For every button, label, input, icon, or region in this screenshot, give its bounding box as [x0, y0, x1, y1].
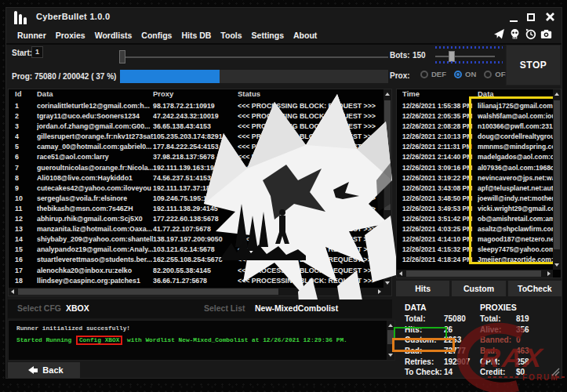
scrollbar-thumb[interactable]	[384, 100, 391, 210]
table-row[interactable]: 7gueroultnicolas@orange.fr:Nicola...192.…	[9, 163, 383, 173]
table-row[interactable]: 18llindsey@caspinc.org:patches136.66.71.…	[9, 276, 383, 286]
history-icon[interactable]	[525, 28, 536, 40]
column-header-status[interactable]: Status	[238, 89, 383, 101]
prox-option-on[interactable]: ON	[454, 70, 476, 78]
hit-row[interactable]: 12/26/2021 3:51:42 PMob@amishretail.com:…	[397, 214, 553, 224]
hit-row[interactable]: 12/26/2021 2:11:31 PMmmnms@mindspring.co…	[397, 142, 553, 152]
scroll-down-icon[interactable]	[554, 263, 559, 267]
tab-hits[interactable]: Hits	[396, 281, 449, 296]
stat-row: CPM:258	[480, 357, 529, 368]
cell-id: 16	[15, 255, 37, 265]
tab-custom[interactable]: Custom	[452, 281, 505, 296]
hit-row[interactable]: 12/26/2021 2:08:28 PMn100366@pwfl.com:23…	[397, 122, 553, 132]
hit-row[interactable]: 12/26/2021 3:49:53 PMvicki.wright29@gmai…	[397, 204, 553, 214]
cell-status: <<< PROCESSING BLOCK: REQUEST >>>	[238, 214, 383, 224]
camera-icon[interactable]	[540, 28, 552, 40]
scroll-right-icon[interactable]	[547, 271, 551, 276]
menu-item-tools[interactable]: Tools	[220, 31, 242, 40]
hit-row[interactable]: 12/26/2021 4:03:25 PMasaltz@shpclawfirm.…	[397, 224, 553, 234]
table-row[interactable]: 5camay_00@hotmail.com:gabriel0...177.84.…	[9, 142, 383, 152]
table-row[interactable]: 15analypandoz19@gmail.com:Analy...103.12…	[9, 245, 383, 255]
start-input[interactable]: 1	[31, 46, 43, 58]
menu-item-proxies[interactable]: Proxies	[56, 31, 85, 40]
scroll-down-icon[interactable]	[385, 281, 390, 285]
menu-bar: RunnerProxiesWordlistsConfigsHits DBTool…	[6, 27, 562, 43]
hit-row[interactable]: 12/26/2021 3:43:08 PMapf@telusplanet.net…	[397, 183, 553, 194]
prox-radio-group: DEFONOFF	[420, 70, 510, 78]
hit-row[interactable]: 12/26/2021 2:10:13 PMdoug@cordellrealtyg…	[397, 132, 553, 142]
vertical-scrollbar[interactable]	[383, 89, 391, 296]
hit-row[interactable]: 12/26/2021 3:19:22 PMnevincavero@jps.net…	[397, 173, 553, 183]
cell-data: joewill@indy.net:mother	[478, 194, 553, 204]
maximize-button[interactable]	[525, 13, 538, 24]
hit-row[interactable]: 12/26/2021 4:14:10 PMmagood187@netzero.n…	[397, 234, 553, 245]
scrollbar-thumb[interactable]	[406, 270, 541, 277]
menu-item-settings[interactable]: Settings	[252, 31, 284, 40]
telegram-icon[interactable]	[493, 28, 505, 40]
close-button[interactable]	[544, 13, 557, 24]
horizontal-scrollbar[interactable]	[397, 270, 553, 278]
tab-tocheck[interactable]: ToCheck	[508, 281, 562, 296]
prox-option-def[interactable]: DEF	[420, 70, 446, 78]
table-row[interactable]: 11thebikash@msn.com:7s46ZH192.111.138.29…	[9, 204, 383, 214]
table-row[interactable]: 8Ali0108@live.com:Haykiddo174.56.237.51:…	[9, 173, 383, 183]
menu-items: RunnerProxiesWordlistsConfigsHits DBTool…	[17, 27, 317, 43]
table-row[interactable]: 12abhirup.rhik@gmail.com:Scj5X0177.222.6…	[9, 214, 383, 224]
hit-row[interactable]: 12/26/2021 4:18:24 PMJmeijer@razortide.c…	[397, 255, 553, 265]
column-header-data[interactable]: Data	[37, 89, 153, 101]
hit-row[interactable]: 12/26/2021 4:15:32 PMsleepy7475@yahoo.co…	[397, 245, 553, 255]
hit-row[interactable]: 12/26/2021 1:55:38 PMlilianaj1725@gmail.…	[397, 101, 553, 111]
table-row[interactable]: 9cutecakes42@yahoo.com:iloveyou192.111.1…	[9, 183, 383, 194]
table-row[interactable]: 2tgray11@uco.edu:Sooners123447.242.243.3…	[9, 111, 383, 122]
table-row[interactable]: 10sergeglas@voila.fr:elsinore109.246.75.…	[9, 194, 383, 204]
skull-icon[interactable]	[509, 28, 521, 40]
hit-row[interactable]: 12/26/2021 3:48:50 PMjoewill@indy.net:mo…	[397, 194, 553, 204]
stop-button[interactable]: STOP	[506, 45, 561, 85]
hit-row[interactable]: 12/26/2021 2:05:35 PMwalsh5fam@aol.com:i…	[397, 111, 553, 122]
table-row[interactable]: 14shiybaby_209@yahoo.com:shantell138.197…	[9, 234, 383, 245]
menu-item-runner[interactable]: Runner	[17, 31, 46, 40]
scroll-up-icon[interactable]	[385, 93, 390, 96]
table-row[interactable]: 4gillesrupert@orange.fr:nkv1t273sa5105.2…	[9, 132, 383, 142]
column-header-time[interactable]: Time	[402, 89, 478, 101]
back-button[interactable]: Back	[8, 362, 80, 378]
column-header-proxy[interactable]: Proxy	[153, 89, 238, 101]
column-header-data[interactable]: Data	[478, 89, 553, 101]
table-row[interactable]: 6race51@aol.com:larry37.98.218.137:5678<…	[9, 152, 383, 162]
scrollbar-thumb[interactable]	[387, 330, 394, 344]
menu-item-hits-db[interactable]: Hits DB	[181, 31, 211, 40]
hit-row[interactable]: 12/26/2021 3:09:16 PMal07936@aol.com:196…	[397, 163, 553, 173]
horizontal-scrollbar[interactable]	[9, 288, 383, 296]
scroll-up-icon[interactable]	[388, 324, 393, 327]
scroll-up-icon[interactable]	[554, 93, 559, 96]
scroll-down-icon[interactable]	[388, 354, 393, 357]
table-row[interactable]: 13manzanita.liz@hotmail.com:Oaxa...41.77…	[9, 224, 383, 234]
table-row[interactable]: 17alenochka20@inbox.ru:zelko82.200.55.38…	[9, 266, 383, 276]
scrollbar-thumb[interactable]	[18, 289, 278, 295]
table-row[interactable]: 1corinalittleturtle12@gmail.com:h...98.1…	[9, 101, 383, 111]
select-cfg-button[interactable]: Select CFG	[17, 303, 61, 313]
vertical-scrollbar[interactable]	[553, 89, 561, 270]
minimize-button[interactable]	[508, 13, 521, 24]
menu-item-wordlists[interactable]: Wordlists	[95, 31, 133, 40]
start-slider[interactable]	[120, 56, 388, 58]
titlebar: CyberBullet 1.0.0	[6, 8, 562, 27]
table-row[interactable]: 3jordan.of.zhang@gmail.com:G00...36.65.1…	[9, 122, 383, 132]
stat-value: $0	[516, 368, 525, 376]
vertical-scrollbar[interactable]	[387, 321, 394, 360]
menu-item-configs[interactable]: Configs	[141, 31, 172, 40]
column-header-id[interactable]: Id	[15, 89, 37, 101]
scroll-left-icon[interactable]	[399, 271, 402, 276]
start-slider-handle[interactable]	[119, 50, 125, 64]
scrollbar-thumb[interactable]	[554, 100, 560, 249]
wordlist-name-label: New-MixedCombolist	[255, 303, 338, 313]
bots-slider-handle[interactable]	[449, 51, 455, 62]
menu-item-about[interactable]: About	[293, 31, 317, 40]
scroll-right-icon[interactable]	[378, 289, 381, 294]
table-row[interactable]: 16stuartleverettmaso@students.ber...162.…	[9, 255, 383, 265]
scroll-left-icon[interactable]	[11, 289, 14, 294]
hit-row[interactable]: 12/26/2021 2:14:40 PMmadelgados@aol.com:…	[397, 152, 553, 162]
select-list-button[interactable]: Select List	[204, 303, 245, 313]
bots-slider[interactable]	[435, 56, 495, 57]
cell-time: 12/26/2021 3:43:08 PM	[402, 183, 478, 194]
